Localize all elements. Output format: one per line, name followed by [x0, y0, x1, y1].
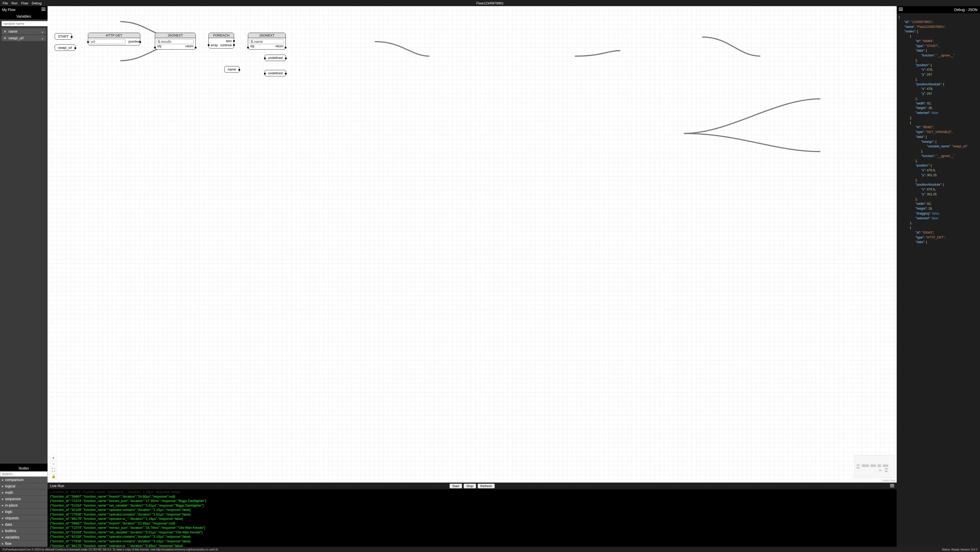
foreach-item-label: item: [226, 39, 232, 43]
live-run-title: Live Run: [50, 484, 64, 488]
node-category-in-place[interactable]: in-place: [0, 502, 48, 509]
stop-button[interactable]: Stop: [463, 484, 476, 489]
node-swapi-url[interactable]: swapi_url: [55, 44, 75, 51]
variable-item-swapi_url[interactable]: ✕swapi_url⌄: [2, 35, 46, 41]
start-button[interactable]: Start: [450, 484, 462, 489]
menu-file[interactable]: File: [3, 1, 8, 5]
node-jsonext-2-title: JSONEXT: [248, 33, 285, 38]
delete-variable-icon[interactable]: ✕: [3, 36, 6, 40]
node-category-data[interactable]: data: [0, 521, 48, 528]
variable-item-name[interactable]: ✕name⌄: [2, 29, 46, 35]
node-undefined-2[interactable]: undefined: [265, 70, 286, 76]
hamburger-icon[interactable]: [41, 8, 46, 11]
node-category-requests[interactable]: requests: [0, 515, 48, 521]
menu-run[interactable]: Run: [11, 1, 18, 5]
node-undefined-1-label: undefined: [268, 56, 283, 60]
node-category-sequence[interactable]: sequence: [0, 496, 48, 502]
jsonext-2-input[interactable]: [250, 39, 284, 44]
variable-label: name: [8, 29, 18, 33]
zoom-out-button[interactable]: −: [51, 461, 56, 467]
delete-variable-icon[interactable]: ✕: [3, 30, 6, 33]
variable-label: swapi_url: [8, 36, 24, 40]
node-start[interactable]: START: [55, 33, 72, 40]
menu-debug[interactable]: Debug: [32, 1, 41, 5]
jsonext-2-in-label: obj: [250, 44, 254, 48]
node-category-builtins[interactable]: builtins: [0, 528, 48, 534]
node-jsonext-1-title: JSONEXT: [155, 33, 196, 38]
menu-flow[interactable]: Flow: [21, 1, 28, 5]
status-bar: PyFlowAutomatorCore © 2023 by Abinadi Co…: [0, 547, 980, 552]
node-jsonext-2[interactable]: JSONEXT obj return: [248, 33, 286, 49]
node-name-label: name: [228, 67, 236, 71]
live-run-header: Live Run Start Stop Refresh: [48, 482, 897, 489]
footer-status: Status: Ready Version: 0.0.1: [942, 548, 977, 551]
jsonext-1-in-label: obj: [157, 44, 161, 48]
node-category-comparison[interactable]: comparison: [0, 477, 48, 483]
canvas-attribution: Svelte Flow: [882, 479, 895, 482]
menubar: FileRunFlowDebug Flow12345678901: [0, 0, 980, 6]
node-swapi-url-label: swapi_url: [58, 46, 72, 49]
minimap[interactable]: [854, 455, 895, 478]
refresh-button[interactable]: Refresh: [477, 484, 495, 489]
foreach-array-label: array: [211, 43, 218, 47]
left-sidebar: My Flow Variables save ✕name⌄✕swapi_url⌄…: [0, 6, 48, 547]
hamburger-icon[interactable]: [890, 484, 894, 487]
debug-panel: Debug - JSON {"id": "12345678901","name"…: [897, 6, 980, 547]
node-foreach-title: FOREACH: [209, 33, 234, 38]
node-undefined-2-label: undefined: [268, 71, 283, 75]
node-jsonext-1[interactable]: JSONEXT obj return: [155, 33, 196, 49]
foreach-continue-label: continue: [220, 43, 232, 47]
http-get-url-input[interactable]: [90, 39, 126, 44]
chevron-down-icon[interactable]: ⌄: [41, 36, 44, 40]
node-http-get[interactable]: HTTP GET json/text: [88, 33, 140, 46]
hamburger-icon[interactable]: [899, 8, 903, 11]
node-category-logical[interactable]: logical: [0, 483, 48, 489]
node-category-logic[interactable]: logic: [0, 509, 48, 515]
node-start-label: START: [58, 35, 68, 38]
debug-panel-title: Debug - JSON: [954, 8, 977, 12]
node-foreach[interactable]: FOREACH item arraycontinue: [208, 33, 234, 49]
nodes-section-title: Nodes: [0, 465, 48, 471]
flow-header: My Flow: [0, 6, 48, 13]
http-get-out-label: json/text: [129, 40, 140, 43]
fit-view-button[interactable]: ⛶: [51, 467, 56, 473]
jsonext-1-input[interactable]: [157, 39, 194, 44]
jsonext-2-out-label: return: [275, 44, 283, 48]
node-undefined-1[interactable]: undefined: [265, 55, 286, 61]
flow-canvas[interactable]: START swapi_url HTTP GET json/text: [48, 6, 897, 482]
variable-name-input[interactable]: [2, 21, 48, 26]
node-category-flow[interactable]: flow: [0, 541, 48, 547]
node-category-variables[interactable]: variables: [0, 534, 48, 541]
debug-json-body: {"id": "12345678901","name": "Flow123456…: [897, 13, 980, 547]
node-search-input[interactable]: [0, 471, 48, 477]
node-category-math[interactable]: math: [0, 489, 48, 496]
node-name[interactable]: name: [224, 66, 239, 73]
variables-section-title: Variables: [0, 13, 48, 19]
node-http-get-title: HTTP GET: [88, 33, 140, 38]
jsonext-1-out-label: return: [186, 44, 193, 48]
zoom-in-button[interactable]: +: [51, 455, 56, 461]
live-run-output: { Iunction_id : 88179 , Iunction_name : …: [48, 489, 897, 547]
flow-title: My Flow: [2, 8, 15, 12]
chevron-down-icon[interactable]: ⌄: [41, 29, 44, 33]
window-title: Flow12345678901: [476, 1, 504, 5]
lock-button[interactable]: 🔒: [51, 473, 56, 479]
footer-license: PyFlowAutomatorCore © 2023 by Abinadi Co…: [3, 548, 218, 551]
